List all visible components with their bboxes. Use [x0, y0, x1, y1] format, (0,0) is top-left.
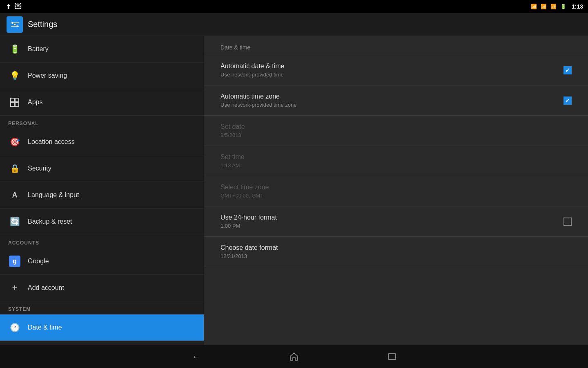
auto-timezone-control[interactable] [564, 96, 572, 105]
security-icon: 🔒 [8, 162, 21, 175]
power-saving-icon: 💡 [8, 69, 21, 82]
add-account-icon: + [8, 281, 21, 294]
setting-select-timezone: Select time zone GMT+00:00, GMT [204, 176, 588, 206]
image-icon: 🖼 [15, 3, 21, 10]
svg-point-2 [16, 25, 18, 27]
24hour-format-title: Use 24-hour format [220, 214, 277, 221]
nav-bar: ← [0, 345, 588, 368]
set-date-subtitle: 9/5/2013 [220, 132, 245, 138]
auto-timezone-subtitle: Use network-provided time zone [220, 102, 296, 108]
svg-rect-13 [388, 354, 396, 359]
set-time-title: Set time [220, 153, 245, 161]
sidebar-item-power-saving[interactable]: 💡 Power saving [0, 63, 204, 89]
auto-timezone-checkbox[interactable] [564, 96, 572, 105]
svg-rect-9 [15, 98, 19, 102]
auto-timezone-title: Automatic time zone [220, 93, 296, 100]
sidebar-item-language-input[interactable]: A Language & input [0, 182, 204, 209]
svg-rect-10 [11, 103, 14, 106]
24hour-format-checkbox[interactable] [564, 218, 572, 226]
24hour-format-control[interactable] [564, 218, 572, 226]
sidebar-label-backup-reset: Backup & reset [28, 218, 72, 225]
status-time: 1:13 [572, 3, 583, 10]
section-header-accounts: ACCOUNTS [0, 235, 204, 248]
sidebar: 🔋 Battery 💡 Power saving Apps PERSONAL [0, 36, 204, 345]
section-header-personal: PERSONAL [0, 116, 204, 129]
status-bar-right: 📶 📶 📶 🔋 1:13 [531, 3, 583, 10]
setting-date-format[interactable]: Choose date format 12/31/2013 [204, 237, 588, 267]
svg-rect-8 [11, 98, 14, 102]
set-time-subtitle: 1:13 AM [220, 162, 245, 168]
svg-point-1 [11, 22, 13, 24]
wifi-icon: 📶 [541, 3, 547, 10]
select-timezone-title: Select time zone [220, 184, 269, 191]
sidebar-label-security: Security [28, 165, 51, 172]
24hour-format-subtitle: 1:00 PM [220, 223, 277, 229]
battery-icon: 🔋 [560, 3, 567, 10]
language-icon: A [8, 188, 21, 202]
status-bar-left: ⬆ 🖼 [5, 3, 21, 10]
title-bar: Settings [0, 13, 588, 36]
setting-24hour-format[interactable]: Use 24-hour format 1:00 PM [204, 206, 588, 237]
signal-icon: 📶 [550, 3, 557, 10]
sidebar-item-accessibility[interactable]: ✋ Accessibility [0, 341, 204, 345]
auto-date-time-subtitle: Use network-provided time [220, 72, 285, 78]
sidebar-label-date-time: Date & time [28, 324, 62, 331]
page-title: Settings [28, 20, 57, 29]
content-header: Date & time [204, 36, 588, 55]
auto-date-time-control[interactable] [564, 66, 572, 74]
sidebar-item-add-account[interactable]: + Add account [0, 275, 204, 301]
date-format-title: Choose date format [220, 244, 278, 251]
sidebar-label-language-input: Language & input [28, 191, 79, 199]
location-icon: 🎯 [8, 135, 21, 148]
sidebar-item-google[interactable]: g Google [0, 248, 204, 275]
setting-set-date: Set date 9/5/2013 [204, 116, 588, 146]
sidebar-label-google: Google [28, 258, 49, 265]
svg-marker-12 [290, 353, 298, 360]
battery-icon: 🔋 [8, 43, 21, 56]
setting-auto-timezone[interactable]: Automatic time zone Use network-provided… [204, 85, 588, 116]
bluetooth-icon: 📶 [531, 3, 537, 10]
recent-apps-button[interactable] [384, 348, 400, 365]
set-date-title: Set date [220, 123, 245, 130]
setting-auto-date-time[interactable]: Automatic date & time Use network-provid… [204, 55, 588, 85]
content-area: Date & time Automatic date & time Use ne… [204, 36, 588, 345]
sidebar-item-date-time[interactable]: 🕐 Date & time [0, 314, 204, 341]
date-format-subtitle: 12/31/2013 [220, 253, 278, 259]
sidebar-item-apps[interactable]: Apps [0, 89, 204, 116]
date-time-icon: 🕐 [8, 321, 21, 334]
auto-date-time-title: Automatic date & time [220, 63, 285, 70]
sidebar-label-battery: Battery [28, 45, 49, 53]
main-container: 🔋 Battery 💡 Power saving Apps PERSONAL [0, 36, 588, 345]
sidebar-label-add-account: Add account [28, 284, 64, 292]
upload-icon: ⬆ [5, 3, 11, 10]
backup-icon: 🔄 [8, 215, 21, 228]
sidebar-label-power-saving: Power saving [28, 72, 67, 79]
sidebar-label-location-access: Location access [28, 138, 75, 146]
sidebar-item-location-access[interactable]: 🎯 Location access [0, 129, 204, 155]
apps-icon [8, 96, 21, 109]
settings-app-icon [7, 16, 23, 33]
sidebar-label-apps: Apps [28, 99, 42, 106]
home-button[interactable] [286, 348, 302, 365]
sidebar-item-battery[interactable]: 🔋 Battery [0, 36, 204, 63]
select-timezone-subtitle: GMT+00:00, GMT [220, 193, 269, 199]
auto-date-time-checkbox[interactable] [564, 66, 572, 74]
sidebar-item-backup-reset[interactable]: 🔄 Backup & reset [0, 209, 204, 235]
google-icon: g [8, 255, 21, 268]
section-header-system: SYSTEM [0, 301, 204, 314]
sidebar-item-security[interactable]: 🔒 Security [0, 155, 204, 182]
status-bar: ⬆ 🖼 📶 📶 📶 🔋 1:13 [0, 0, 588, 13]
setting-set-time: Set time 1:13 AM [204, 146, 588, 176]
svg-rect-11 [15, 103, 19, 106]
content-title: Date & time [220, 44, 250, 51]
back-button[interactable]: ← [188, 348, 204, 365]
